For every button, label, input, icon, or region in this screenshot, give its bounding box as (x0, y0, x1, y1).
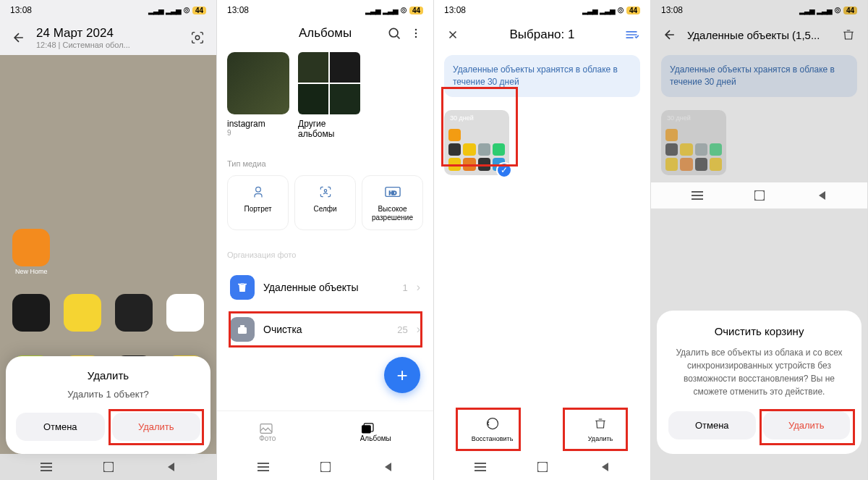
album-name: Другие альбомы (298, 119, 360, 139)
svg-rect-23 (475, 466, 486, 468)
svg-point-5 (389, 28, 398, 37)
svg-rect-1 (41, 463, 52, 464)
svg-rect-29 (754, 190, 765, 201)
tab-albums[interactable]: Альбомы (360, 423, 391, 442)
sheet-title: Удалить (16, 369, 200, 382)
clock: 13:08 (444, 5, 466, 15)
battery-icon: 44 (626, 7, 640, 14)
album-thumbnail (227, 52, 289, 114)
more-button[interactable] (407, 25, 425, 42)
section-label: Тип медиа (227, 159, 423, 168)
select-all-button[interactable] (623, 26, 640, 43)
svg-point-8 (415, 36, 417, 38)
media-type-hd[interactable]: HDВысокое разрешение (362, 175, 423, 230)
nav-back-icon[interactable] (383, 461, 393, 473)
svg-rect-20 (258, 470, 269, 471)
status-bar: 13:08 ▂▃▅▂▃▅⊚44 (217, 0, 433, 20)
list-item-label: Удаленные объекты (263, 282, 393, 293)
add-button[interactable]: + (384, 357, 420, 393)
svg-point-9 (255, 187, 260, 192)
highlight (563, 408, 628, 451)
app-label: New Home (10, 268, 53, 275)
svg-rect-4 (103, 462, 114, 472)
svg-point-6 (415, 29, 417, 31)
signal-icon: ▂▃▅ (383, 7, 398, 14)
signal-icon: ▂▃▅ (148, 7, 163, 14)
svg-rect-16 (362, 425, 371, 433)
clock: 13:08 (227, 5, 249, 15)
nav-home-icon[interactable] (537, 462, 548, 472)
hd-icon: HD (365, 183, 420, 201)
wifi-icon: ⊚ (400, 5, 407, 15)
status-bar: 13:08 ▂▃▅▂▃▅⊚44 (0, 0, 216, 20)
back-button[interactable] (10, 29, 27, 46)
album-thumbnail (298, 52, 360, 114)
album-name: instagram (227, 119, 289, 129)
nav-back-icon[interactable] (817, 190, 827, 201)
tab-photos[interactable]: Фото (259, 423, 276, 442)
highlight (456, 408, 521, 451)
svg-rect-19 (258, 466, 269, 468)
close-button[interactable] (444, 26, 461, 43)
app-icon (64, 294, 101, 332)
search-button[interactable] (386, 25, 403, 42)
svg-rect-28 (692, 198, 703, 200)
signal-icon: ▂▃▅ (582, 7, 597, 14)
svg-rect-24 (475, 470, 486, 471)
app-icon (12, 294, 50, 332)
svg-point-7 (415, 33, 417, 35)
svg-text:HD: HD (388, 190, 396, 196)
battery-icon: 44 (192, 7, 206, 14)
nav-back-icon[interactable] (166, 461, 176, 473)
selfie-icon (298, 183, 352, 201)
svg-rect-22 (475, 463, 486, 464)
album-item[interactable]: instagram 9 (227, 52, 289, 139)
app-icon (12, 229, 50, 266)
cancel-button[interactable]: Отмена (668, 411, 756, 439)
highlight (760, 409, 855, 445)
portrait-icon (231, 183, 285, 201)
svg-rect-18 (258, 463, 269, 464)
chevron-right-icon: › (417, 281, 420, 294)
svg-rect-2 (41, 466, 52, 468)
battery-icon: 44 (409, 7, 423, 14)
selection-count: Выбрано: 1 (510, 28, 575, 42)
wifi-icon: ⊚ (617, 5, 624, 15)
nav-menu-icon[interactable] (258, 461, 269, 473)
nav-home-icon[interactable] (320, 462, 331, 472)
highlight (109, 409, 204, 445)
page-subtitle: 12:48 | Системная обол... (36, 41, 180, 49)
media-type-portrait[interactable]: Портрет (227, 175, 289, 230)
nav-menu-icon[interactable] (41, 461, 52, 473)
highlight (441, 87, 518, 167)
media-type-selfie[interactable]: Селфи (294, 175, 356, 230)
nav-home-icon[interactable] (103, 462, 114, 472)
sheet-title: Очистить корзину (668, 325, 850, 337)
deleted-items-row[interactable]: Удаленные объекты 1 › (227, 266, 423, 308)
nav-home-icon[interactable] (754, 190, 765, 201)
highlight (229, 311, 422, 348)
cancel-button[interactable]: Отмена (16, 413, 105, 441)
svg-rect-27 (692, 195, 703, 196)
status-bar: 13:08 ▂▃▅▂▃▅⊚44 (434, 0, 650, 20)
svg-point-0 (195, 35, 200, 40)
svg-rect-26 (692, 191, 703, 193)
svg-point-10 (324, 190, 326, 192)
sheet-message: Удалить 1 объект? (16, 389, 200, 400)
svg-rect-21 (320, 462, 331, 472)
trash-icon (230, 275, 255, 300)
nav-menu-icon[interactable] (475, 461, 486, 473)
app-icon (115, 294, 153, 332)
album-count: 9 (227, 129, 289, 137)
sheet-message: Удалить все объекты из облака и со всех … (668, 346, 850, 398)
nav-menu-icon[interactable] (692, 190, 703, 201)
list-item-count: 1 (402, 282, 407, 293)
album-item[interactable]: Другие альбомы (298, 52, 360, 139)
app-icon (166, 294, 204, 332)
signal-icon: ▂▃▅ (166, 7, 181, 14)
signal-icon: ▂▃▅ (600, 7, 615, 14)
nav-back-icon[interactable] (600, 461, 610, 473)
section-label: Организация фото (227, 250, 423, 259)
clock: 13:08 (10, 5, 32, 15)
lens-button[interactable] (189, 29, 206, 46)
